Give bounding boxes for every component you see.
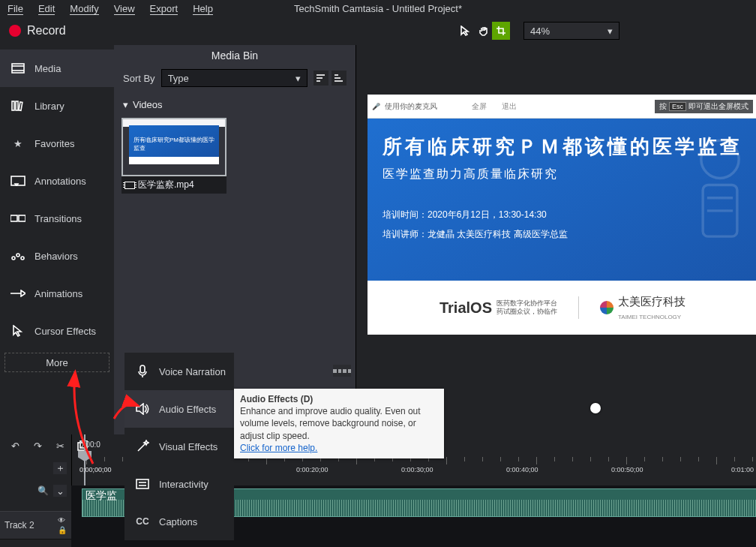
svg-rect-10 — [19, 215, 26, 221]
track-options-button[interactable]: ⌄ — [53, 485, 67, 497]
tooltip-audio-effects: Audio Effects (D) Enhance and improve au… — [234, 389, 444, 458]
menu-view[interactable]: View — [114, 3, 135, 14]
view-grid-toggle[interactable] — [333, 365, 351, 377]
esc-hint: 按 Esc 即可退出全屏模式 — [655, 100, 753, 113]
wand-icon — [135, 440, 150, 453]
svg-point-13 — [21, 257, 24, 260]
sidebar-item-behaviors[interactable]: Behaviors — [0, 237, 114, 275]
slide-time: 培训时间：2020年6月12日，13:30-14:30 — [382, 209, 547, 221]
chevron-down-icon: ▾ — [123, 99, 128, 110]
redo-button[interactable]: ↷ — [30, 438, 45, 453]
crop-tool[interactable] — [492, 22, 510, 40]
add-track-button[interactable]: ＋ — [53, 462, 67, 474]
svg-rect-27 — [140, 365, 145, 373]
animations-icon — [10, 286, 26, 301]
svg-point-12 — [16, 254, 20, 257]
sort-asc-icon[interactable] — [314, 71, 328, 86]
media-icon — [10, 61, 26, 76]
library-icon — [10, 98, 26, 113]
sidebar-item-media[interactable]: Media — [0, 50, 114, 87]
more-menu: Voice Narration Audio Effects Visual Eff… — [124, 353, 234, 540]
sort-select[interactable]: Type ▾ — [161, 69, 308, 87]
svg-marker-0 — [461, 26, 468, 35]
svg-point-11 — [12, 257, 15, 260]
chevron-down-icon: ▾ — [608, 26, 613, 37]
sidebar-item-animations[interactable]: Animations — [0, 275, 114, 312]
playhead-scrubber[interactable] — [590, 403, 601, 413]
select-tool[interactable] — [456, 22, 474, 40]
section-videos[interactable]: ▾ Videos — [114, 95, 356, 115]
behaviors-icon — [10, 248, 26, 263]
zoom-select[interactable]: 44% ▾ — [524, 22, 620, 40]
svg-rect-6 — [19, 102, 22, 110]
more-visual-effects[interactable]: Visual Effects — [124, 428, 234, 465]
undo-button[interactable]: ↶ — [8, 438, 22, 453]
svg-line-29 — [138, 443, 146, 451]
tooltip-help-link[interactable]: Click for more help. — [240, 443, 317, 453]
slide-logos: TrialOS 医药数字化协作平台药试圈众议，协临作 太美医疗科技TAIMEI … — [368, 281, 756, 335]
speaker-icon — [135, 403, 150, 415]
cc-icon: CC — [135, 516, 150, 527]
menu-help[interactable]: Help — [193, 3, 213, 14]
film-icon — [124, 182, 135, 189]
zoom-time: 0:00:0 — [80, 440, 100, 449]
mic-icon — [135, 365, 150, 378]
app-title: TechSmith Camtasia - Untitled Project* — [294, 3, 462, 14]
more-voice-narration[interactable]: Voice Narration — [124, 353, 234, 390]
chevron-down-icon: ▾ — [296, 73, 301, 84]
menu-file[interactable]: File — [8, 3, 23, 14]
sidebar-more-button[interactable]: More — [4, 353, 110, 372]
menu-export[interactable]: Export — [150, 3, 178, 14]
record-button[interactable]: Record — [9, 24, 66, 38]
svg-rect-1 — [12, 64, 24, 73]
pan-tool[interactable] — [474, 22, 492, 40]
svg-rect-30 — [136, 479, 148, 488]
annotations-icon — [10, 173, 26, 188]
svg-rect-5 — [16, 101, 18, 110]
track-visible-icon[interactable]: 👁 — [58, 516, 67, 524]
media-clip[interactable]: 所有临床研究PM都该懂的医学监查 医学监察.mp4 — [122, 118, 226, 194]
sidebar-item-annotations[interactable]: Annotations — [0, 162, 114, 200]
sidebar-item-library[interactable]: Library — [0, 87, 114, 125]
track-lock-icon[interactable]: 🔒 — [58, 526, 67, 534]
playhead-time: 0;00;00;00 — [80, 466, 112, 473]
transitions-icon — [10, 211, 26, 226]
more-interactivity[interactable]: Interactivity — [124, 465, 234, 503]
sidebar-item-transitions[interactable]: Transitions — [0, 200, 114, 237]
more-captions[interactable]: CC Captions — [124, 503, 234, 540]
cursor-icon — [10, 323, 26, 338]
more-audio-effects[interactable]: Audio Effects — [124, 390, 234, 428]
sidebar-item-cursor-effects[interactable]: Cursor Effects — [0, 312, 114, 350]
slide-subtitle: 医学监查助力高质量临床研究 — [382, 167, 558, 182]
record-icon — [9, 25, 21, 37]
svg-rect-4 — [12, 101, 14, 110]
menu-edit[interactable]: Edit — [38, 3, 55, 14]
star-icon: ★ — [10, 136, 26, 151]
cut-button[interactable]: ✂ — [52, 438, 68, 453]
media-bin-title: Media Bin — [114, 45, 356, 66]
sidebar-item-favorites[interactable]: ★ Favorites — [0, 125, 114, 162]
slide-speaker: 培训讲师：龙健晶 太美医疗科技 高级医学总监 — [382, 228, 568, 241]
sort-by-label: Sort By — [123, 73, 155, 84]
quiz-icon — [135, 479, 150, 489]
svg-marker-16 — [14, 326, 21, 336]
menu-modify[interactable]: Modify — [70, 3, 98, 14]
svg-marker-15 — [21, 290, 26, 296]
canvas-preview[interactable]: 🎤 使用你的麦克风 全屏 退出 按 Esc 即可退出全屏模式 所有临床研究ＰＭ都… — [368, 95, 756, 335]
track-header[interactable]: Track 2 👁 🔒 — [0, 511, 71, 539]
svg-point-23 — [701, 140, 739, 178]
svg-rect-9 — [10, 215, 17, 221]
svg-marker-28 — [136, 404, 143, 414]
sort-desc-icon[interactable] — [332, 71, 346, 86]
